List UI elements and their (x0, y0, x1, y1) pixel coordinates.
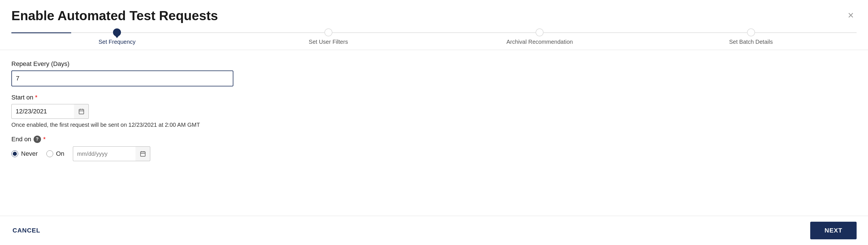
modal-body: Repeat Every (Days) Start on * (0, 50, 868, 216)
step-4-indicator (747, 28, 755, 36)
end-on-date-wrapper (73, 146, 150, 161)
calendar-icon (78, 108, 85, 114)
end-on-date-input[interactable] (73, 146, 135, 161)
step-3-label: Archival Recommendation (506, 39, 573, 45)
svg-rect-0 (79, 109, 84, 114)
on-label: On (56, 150, 64, 158)
step-4: Set Batch Details (646, 28, 857, 45)
repeat-every-label: Repeat Every (Days) (11, 60, 857, 68)
start-on-date-input[interactable] (11, 104, 74, 119)
repeat-every-group: Repeat Every (Days) (11, 60, 857, 86)
modal-title: Enable Automated Test Requests (11, 8, 218, 23)
step-1-label: Set Frequency (98, 39, 135, 45)
modal-header: Enable Automated Test Requests × (0, 0, 868, 28)
required-star: * (35, 94, 37, 101)
repeat-every-input[interactable] (11, 70, 234, 86)
stepper: Set Frequency Set User Filters Archival … (0, 28, 868, 45)
step-2: Set User Filters (223, 28, 434, 45)
end-calendar-icon (140, 151, 146, 157)
step-4-label: Set Batch Details (729, 39, 773, 45)
modal-footer: CANCEL NEXT (0, 216, 868, 245)
step-2-indicator (324, 28, 332, 36)
info-text: Once enabled, the first request will be … (11, 121, 857, 128)
never-label: Never (21, 150, 38, 158)
start-on-label: Start on * (11, 94, 857, 101)
cancel-button[interactable]: CANCEL (11, 224, 41, 237)
step-2-label: Set User Filters (309, 39, 348, 45)
step-1-indicator (113, 28, 121, 36)
end-on-required-star: * (43, 136, 46, 143)
step-1: Set Frequency (11, 28, 223, 45)
modal-container: Enable Automated Test Requests × Set Fre… (0, 0, 868, 245)
close-button[interactable]: × (845, 10, 857, 21)
end-on-label: End on ? * (11, 136, 857, 143)
end-on-radio-group: Never On (11, 146, 857, 161)
step-3: Archival Recommendation (434, 28, 646, 45)
start-on-calendar-button[interactable] (74, 104, 89, 119)
next-button[interactable]: NEXT (810, 222, 857, 239)
on-radio[interactable] (46, 150, 53, 157)
never-option[interactable]: Never (11, 150, 38, 158)
start-on-row (11, 104, 857, 119)
end-on-help-icon[interactable]: ? (34, 136, 41, 143)
on-option[interactable]: On (46, 150, 64, 158)
svg-rect-4 (140, 152, 145, 156)
end-on-calendar-button[interactable] (135, 146, 150, 161)
step-3-indicator (536, 28, 544, 36)
never-radio[interactable] (11, 150, 18, 157)
end-on-group: End on ? * Never On (11, 136, 857, 161)
start-on-group: Start on * Once enabled, the first reque… (11, 94, 857, 128)
stepper-steps: Set Frequency Set User Filters Archival … (11, 28, 857, 45)
